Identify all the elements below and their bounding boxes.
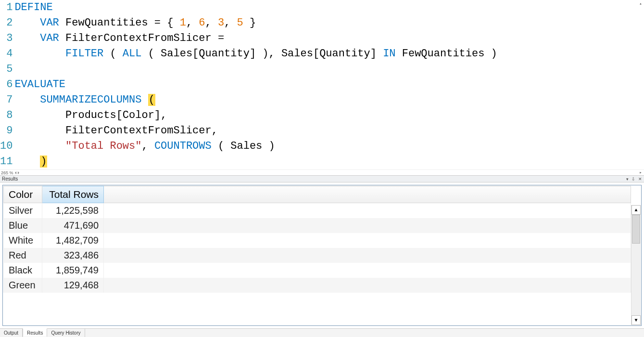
code-line[interactable]: FILTER ( ALL ( Sales[Quantity] ), Sales[… (14, 46, 644, 62)
cell-total-rows[interactable]: 129,468 (42, 278, 104, 293)
scroll-up-button[interactable]: ▲ (631, 205, 641, 215)
tab-output[interactable]: Output (0, 329, 23, 337)
results-grid[interactable]: ColorTotal Rows Silver1,225,598Blue471,6… (2, 185, 642, 326)
chevron-left-icon[interactable] (15, 171, 16, 174)
cell-total-rows[interactable]: 1,225,598 (42, 203, 104, 219)
code-line[interactable]: DEFINE (14, 0, 644, 15)
zoom-level: 265 % (1, 170, 13, 175)
line-number: 8 (0, 108, 13, 123)
cell-empty (104, 233, 631, 248)
line-number: 5 (0, 62, 13, 77)
table-row[interactable]: Red323,486 (4, 248, 631, 263)
cell-color[interactable]: Green (4, 278, 42, 293)
line-number: 7 (0, 92, 13, 108)
grid-scrollbar[interactable]: ▲ ▼ (631, 205, 641, 325)
line-number: 11 (0, 154, 13, 169)
results-table[interactable]: ColorTotal Rows Silver1,225,598Blue471,6… (3, 186, 631, 293)
bottom-tab-strip: OutputResultsQuery History (0, 328, 644, 337)
code-area[interactable]: DEFINE VAR FewQuantities = { 1, 6, 3, 5 … (13, 0, 644, 169)
cell-color[interactable]: Black (4, 263, 42, 278)
cell-total-rows[interactable]: 1,859,749 (42, 263, 104, 278)
code-line[interactable]: FilterContextFromSlicer, (14, 123, 644, 139)
editor-status-bar: 265 % (0, 169, 644, 175)
code-line[interactable]: SUMMARIZECOLUMNS ( (14, 92, 644, 108)
cell-color[interactable]: White (4, 233, 42, 248)
cell-color[interactable]: Silver (4, 203, 42, 219)
results-panel-titlebar: Results ▾ ⇩ ✕ (0, 176, 644, 182)
cell-total-rows[interactable]: 323,486 (42, 248, 104, 263)
table-row[interactable]: Green129,468 (4, 278, 631, 293)
cell-empty (104, 278, 631, 293)
cell-color[interactable]: Red (4, 248, 42, 263)
results-header-row: ColorTotal Rows (4, 186, 631, 203)
line-number: 6 (0, 77, 13, 92)
code-editor[interactable]: 1234567891011 DEFINE VAR FewQuantities =… (0, 0, 644, 176)
tab-query-history[interactable]: Query History (47, 329, 85, 337)
line-number: 9 (0, 123, 13, 139)
scrollbar-track[interactable] (631, 215, 641, 315)
line-number: 3 (0, 31, 13, 46)
cell-empty (104, 203, 631, 219)
panel-menu-icon[interactable]: ▾ (625, 177, 630, 181)
code-line[interactable]: VAR FewQuantities = { 1, 6, 3, 5 } (14, 15, 644, 31)
cell-empty (104, 218, 631, 233)
code-line[interactable] (14, 62, 644, 77)
line-number: 10 (0, 139, 13, 154)
table-row[interactable]: Blue471,690 (4, 218, 631, 233)
panel-close-icon[interactable]: ✕ (637, 177, 643, 181)
code-line[interactable]: Products[Color], (14, 108, 644, 123)
scrollbar-thumb[interactable] (632, 215, 640, 244)
line-number: 2 (0, 15, 13, 31)
results-pane: ColorTotal Rows Silver1,225,598Blue471,6… (0, 182, 644, 328)
cell-total-rows[interactable]: 1,482,709 (42, 233, 104, 248)
panel-pin-icon[interactable]: ⇩ (631, 177, 636, 181)
line-number: 1 (0, 0, 13, 15)
tab-results[interactable]: Results (23, 328, 47, 337)
column-header[interactable]: Color (4, 186, 42, 203)
column-header[interactable]: Total Rows (42, 186, 104, 203)
cell-empty (104, 263, 631, 278)
table-row[interactable]: White1,482,709 (4, 233, 631, 248)
editor-scroll-up-icon[interactable]: ▴ (637, 0, 644, 7)
scroll-down-button[interactable]: ▼ (631, 315, 641, 325)
line-number: 4 (0, 46, 13, 62)
cell-total-rows[interactable]: 471,690 (42, 218, 104, 233)
results-panel-title: Results (2, 176, 18, 181)
cell-empty (104, 248, 631, 263)
code-line[interactable]: EVALUATE (14, 77, 644, 92)
table-row[interactable]: Silver1,225,598 (4, 203, 631, 219)
table-row[interactable]: Black1,859,749 (4, 263, 631, 278)
code-line[interactable]: VAR FilterContextFromSlicer = (14, 31, 644, 46)
code-line[interactable]: ) (14, 154, 644, 169)
column-header-spacer (104, 186, 631, 203)
results-body: Silver1,225,598Blue471,690White1,482,709… (4, 203, 631, 293)
line-number-gutter: 1234567891011 (0, 0, 13, 169)
chevron-right-icon[interactable] (18, 171, 19, 174)
code-line[interactable]: "Total Rows", COUNTROWS ( Sales ) (14, 139, 644, 154)
cell-color[interactable]: Blue (4, 218, 42, 233)
